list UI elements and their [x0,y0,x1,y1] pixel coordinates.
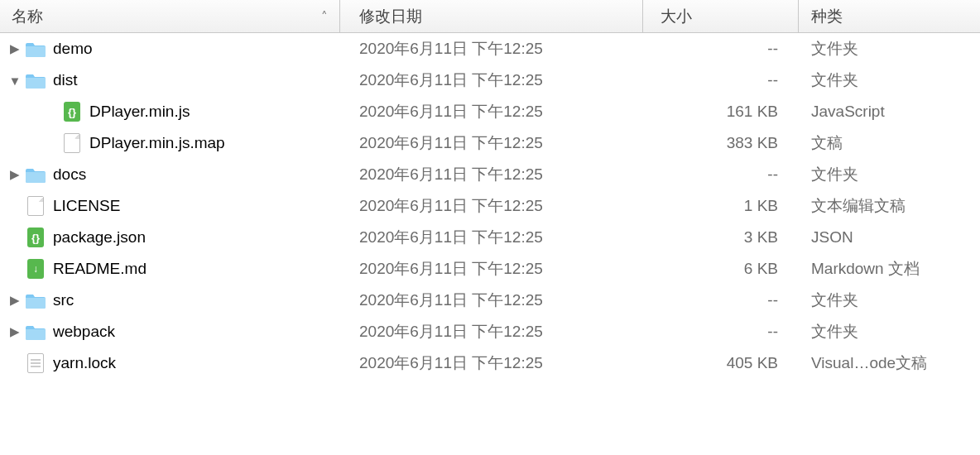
cell-size: 1 KB [642,197,798,215]
text-file-icon [25,352,46,374]
disclosure-right-icon[interactable]: ▶ [5,165,25,184]
cell-date: 2020年6月11日 下午12:25 [339,290,642,311]
file-icon [61,132,83,154]
disclosure-spacer [41,133,61,153]
folder-icon [25,290,46,311]
cell-name: ▶demo [0,38,339,60]
column-header-date[interactable]: 修改日期 [339,6,642,27]
column-header-name[interactable]: 名称 ˄ [0,6,339,27]
cell-size: -- [642,71,798,89]
file-name: src [53,291,74,309]
file-name: dist [53,71,78,89]
disclosure-right-icon[interactable]: ▶ [5,290,25,310]
disclosure-spacer [41,102,61,122]
cell-size: -- [642,165,798,184]
disclosure-spacer [5,228,25,247]
cell-date: 2020年6月11日 下午12:25 [339,38,642,60]
json-file-icon: {} [61,101,83,122]
cell-size: -- [642,291,798,309]
cell-kind: Visual…ode文稿 [798,352,980,374]
disclosure-right-icon[interactable]: ▶ [5,322,25,342]
cell-date: 2020年6月11日 下午12:25 [339,352,642,374]
table-row[interactable]: DPlayer.min.js.map2020年6月11日 下午12:25383 … [0,127,980,159]
cell-kind: 文件夹 [798,290,980,311]
file-name: README.md [53,260,147,278]
cell-size: 161 KB [642,103,798,121]
column-divider[interactable] [642,0,643,32]
cell-date: 2020年6月11日 下午12:25 [339,321,642,342]
cell-date: 2020年6月11日 下午12:25 [339,258,642,280]
column-header: 名称 ˄ 修改日期 大小 种类 [0,0,980,33]
cell-kind: Markdown 文档 [798,258,980,280]
disclosure-right-icon[interactable]: ▶ [5,39,25,59]
cell-kind: 文件夹 [798,321,980,342]
cell-name: {}package.json [0,227,339,248]
cell-size: 383 KB [642,134,798,152]
table-row[interactable]: ↓README.md2020年6月11日 下午12:256 KBMarkdown… [0,253,980,285]
cell-name: ▶src [0,290,339,311]
cell-size: -- [642,323,798,341]
folder-icon [25,164,46,185]
folder-icon [25,69,46,91]
cell-name: ▼dist [0,69,339,91]
cell-kind: JSON [798,228,980,247]
cell-name: {}DPlayer.min.js [0,101,339,122]
file-name: yarn.lock [53,354,116,372]
cell-name: ▶docs [0,164,339,185]
table-row[interactable]: ▼dist2020年6月11日 下午12:25--文件夹 [0,65,980,96]
table-row[interactable]: ▶docs2020年6月11日 下午12:25--文件夹 [0,159,980,190]
cell-kind: 文稿 [798,132,980,154]
cell-size: 3 KB [642,228,798,247]
column-label-kind: 种类 [811,7,843,25]
cell-kind: 文件夹 [798,38,980,60]
table-row[interactable]: ▶webpack2020年6月11日 下午12:25--文件夹 [0,316,980,347]
json-file-icon: {} [25,227,46,248]
file-name: package.json [53,228,146,247]
markdown-file-icon: ↓ [25,258,46,280]
table-row[interactable]: LICENSE2020年6月11日 下午12:251 KB文本编辑文稿 [0,190,980,222]
table-row[interactable]: ▶src2020年6月11日 下午12:25--文件夹 [0,285,980,316]
cell-name: ↓README.md [0,258,339,280]
cell-date: 2020年6月11日 下午12:25 [339,227,642,248]
cell-name: yarn.lock [0,352,339,374]
column-divider[interactable] [339,0,340,32]
file-name: docs [53,165,86,184]
disclosure-spacer [5,259,25,279]
cell-size: 405 KB [642,354,798,372]
file-name: DPlayer.min.js.map [89,134,225,152]
cell-size: -- [642,40,798,58]
cell-kind: 文件夹 [798,69,980,91]
cell-kind: 文本编辑文稿 [798,195,980,217]
cell-kind: JavaScript [798,103,980,121]
file-name: DPlayer.min.js [89,103,190,121]
table-row[interactable]: yarn.lock2020年6月11日 下午12:25405 KBVisual…… [0,347,980,379]
disclosure-spacer [5,353,25,373]
table-row[interactable]: ▶demo2020年6月11日 下午12:25--文件夹 [0,33,980,65]
disclosure-spacer [5,196,25,216]
cell-date: 2020年6月11日 下午12:25 [339,164,642,185]
cell-date: 2020年6月11日 下午12:25 [339,101,642,122]
column-header-kind[interactable]: 种类 [798,6,980,27]
cell-size: 6 KB [642,260,798,278]
cell-date: 2020年6月11日 下午12:25 [339,132,642,154]
file-name: webpack [53,323,115,341]
column-label-size: 大小 [661,7,692,25]
folder-icon [25,38,46,60]
file-listing: ▶demo2020年6月11日 下午12:25--文件夹▼dist2020年6月… [0,33,980,379]
cell-date: 2020年6月11日 下午12:25 [339,69,642,91]
column-label-name: 名称 [12,6,43,27]
column-label-date: 修改日期 [359,7,422,25]
cell-date: 2020年6月11日 下午12:25 [339,195,642,217]
table-row[interactable]: {}DPlayer.min.js2020年6月11日 下午12:25161 KB… [0,96,980,127]
table-row[interactable]: {}package.json2020年6月11日 下午12:253 KBJSON [0,222,980,253]
column-divider[interactable] [798,0,799,32]
cell-kind: 文件夹 [798,164,980,185]
file-name: LICENSE [53,197,120,215]
disclosure-down-icon[interactable]: ▼ [5,70,25,90]
column-header-size[interactable]: 大小 [642,6,798,27]
file-icon [25,195,46,217]
cell-name: LICENSE [0,195,339,217]
sort-ascending-icon: ˄ [321,9,328,24]
folder-icon [25,321,46,342]
cell-name: DPlayer.min.js.map [0,132,339,154]
